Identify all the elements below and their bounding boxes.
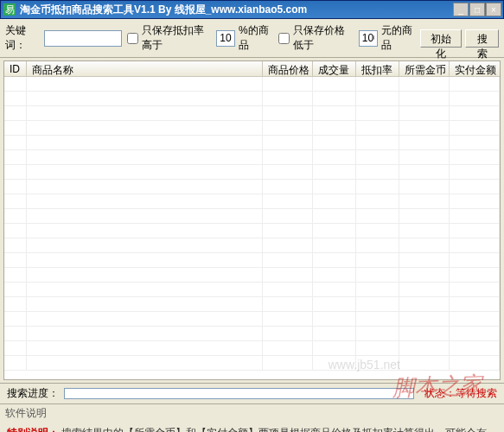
table-row [4,136,500,150]
table-row [4,121,500,136]
keyword-label: 关键词： [5,23,41,53]
results-table: ID 商品名称 商品价格 成交量 抵扣率 所需金币 实付金额 [3,60,501,380]
filter-price-label: 只保存价格低于 [293,23,355,53]
svg-text:易: 易 [5,4,15,15]
col-price[interactable]: 商品价格 [263,61,313,76]
table-row [4,253,500,268]
table-row [4,238,500,253]
description: 特别说明： 搜索结果中的【所需金币】和【实付金额】两项是根据商品价格及抵扣率计算… [0,422,504,432]
table-row [4,283,500,297]
progress-bar [64,388,414,399]
col-id[interactable]: ID [4,61,27,76]
desc-header: 软件说明 [0,403,504,422]
table-row [4,180,500,194]
rate-suffix: %的商品 [239,23,273,53]
maximize-button[interactable]: □ [469,3,485,16]
close-button[interactable]: × [486,3,501,16]
table-row [4,106,500,121]
table-row [4,268,500,283]
titlebar: 易 淘金币抵扣商品搜索工具V1.1 By 线报屋_www.xianbao5.co… [0,0,504,19]
progress-label: 搜索进度： [7,386,59,401]
filter-price-checkbox[interactable] [278,33,290,44]
app-icon: 易 [3,3,16,16]
window-title: 淘金币抵扣商品搜索工具V1.1 By 线报屋_www.xianbao5.com [20,3,453,17]
table-body [4,77,500,379]
table-row [4,356,500,371]
table-row [4,224,500,238]
price-input[interactable] [359,30,378,47]
search-button[interactable]: 搜索 [465,29,499,48]
table-row [4,194,500,209]
table-row [4,92,500,106]
status-text: 状态：等待搜索 [424,386,497,401]
col-coin[interactable]: 所需金币 [399,61,450,76]
init-button[interactable]: 初始化 [420,29,463,48]
filter-rate-label: 只保存抵扣率高于 [142,23,213,53]
filter-rate-checkbox[interactable] [127,33,138,44]
table-row [4,150,500,165]
table-header: ID 商品名称 商品价格 成交量 抵扣率 所需金币 实付金额 [4,61,500,77]
price-suffix: 元的商品 [381,23,417,53]
rate-input[interactable] [216,30,235,47]
minimize-button[interactable]: _ [453,3,469,16]
col-vol[interactable]: 成交量 [313,61,356,76]
note-label: 特别说明： [7,427,59,432]
table-row [4,77,500,92]
note-text-1: 搜索结果中的【所需金币】和【实付金额】两项是根据商品价格及抵扣率计算得出，可能会… [7,427,487,432]
table-row [4,341,500,356]
keyword-input[interactable] [44,30,122,47]
progress-bar-row: 搜索进度： 状态：等待搜索 [0,383,504,403]
col-rate[interactable]: 抵扣率 [356,61,399,76]
table-row [4,312,500,327]
table-row [4,209,500,224]
col-name[interactable]: 商品名称 [27,61,263,76]
table-row [4,327,500,341]
toolbar: 关键词： 只保存抵扣率高于 %的商品 只保存价格低于 元的商品 初始化 搜索 [0,19,504,58]
col-pay[interactable]: 实付金额 [450,61,500,76]
table-row [4,165,500,180]
table-row [4,297,500,312]
